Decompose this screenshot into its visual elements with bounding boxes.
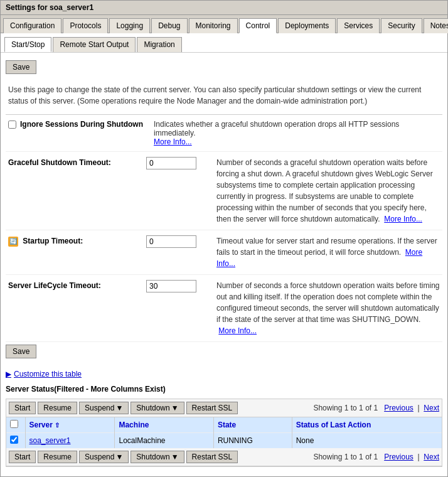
customize-arrow-icon: ▶ <box>6 370 11 378</box>
ignore-sessions-desc: Indicates whether a graceful shutdown op… <box>146 120 440 146</box>
server-link[interactable]: soa_server1 <box>29 436 71 445</box>
ignore-sessions-label: Ignore Sessions During Shutdown <box>8 120 146 129</box>
lifecycle-timeout-desc: Number of seconds a force shutdown opera… <box>216 280 440 336</box>
graceful-timeout-desc: Number of seconds a graceful shutdown op… <box>216 157 440 225</box>
server-status-table-section: Start Resume Suspend ▼ Shutdown ▼ Restar… <box>6 399 442 467</box>
tab-services[interactable]: Services <box>337 18 380 33</box>
graceful-timeout-more-info[interactable]: More Info... <box>384 215 422 223</box>
graceful-timeout-label: Graceful Shutdown Timeout: <box>8 157 146 167</box>
ignore-sessions-checkbox[interactable] <box>8 121 16 129</box>
showing-text-top: Showing 1 to 1 of 1 Previous | Next <box>313 404 439 412</box>
next-link-top[interactable]: Next <box>424 404 439 412</box>
tab-control[interactable]: Control <box>239 18 277 33</box>
startup-timeout-input-wrap <box>146 235 209 248</box>
row-server-cell: soa_server1 <box>25 433 115 449</box>
next-link-bottom[interactable]: Next <box>424 453 439 461</box>
table-title: Server Status(Filtered - More Columns Ex… <box>6 382 442 396</box>
sub-tab-startstop[interactable]: Start/Stop <box>4 37 51 52</box>
lifecycle-timeout-input-wrap <box>146 280 209 292</box>
main-tabs: Configuration Protocols Logging Debug Mo… <box>1 15 447 33</box>
lifecycle-timeout-more-info[interactable]: More Info... <box>218 326 257 335</box>
tab-debug[interactable]: Debug <box>151 18 187 33</box>
tab-security[interactable]: Security <box>381 18 422 33</box>
row-checkbox-cell <box>6 433 25 449</box>
tab-notes[interactable]: Notes <box>424 18 448 33</box>
save-button-bottom[interactable]: Save <box>6 345 36 358</box>
lifecycle-timeout-label: Server LifeCycle Timeout: <box>8 280 146 290</box>
restart-ssl-button-bottom[interactable]: Restart SSL <box>186 451 238 463</box>
lifecycle-timeout-row: Server LifeCycle Timeout: Number of seco… <box>6 275 442 342</box>
select-all-checkbox[interactable] <box>10 420 18 428</box>
customize-link[interactable]: ▶ Customize this table <box>6 366 442 382</box>
graceful-timeout-input-wrap <box>146 157 209 169</box>
showing-text-bottom: Showing 1 to 1 of 1 Previous | Next <box>313 453 439 461</box>
startup-timeout-row: 🔄 Startup Timeout: Timeout value for ser… <box>6 230 442 275</box>
suspend-button-bottom[interactable]: Suspend ▼ <box>79 451 129 463</box>
sub-tab-remote-start[interactable]: Remote Start Output <box>53 37 136 52</box>
server-table: Server ⇧ Machine State Status of Last Ac… <box>6 417 442 448</box>
tab-configuration[interactable]: Configuration <box>3 18 61 33</box>
suspend-dropdown-icon-bottom: ▼ <box>115 453 123 461</box>
startup-timeout-desc: Timeout value for server start and resum… <box>216 235 440 269</box>
start-button-top[interactable]: Start <box>9 402 36 414</box>
shutdown-dropdown-icon: ▼ <box>171 404 179 412</box>
restart-ssl-button-top[interactable]: Restart SSL <box>186 402 238 414</box>
info-text: Use this page to change the state of the… <box>6 82 442 109</box>
table-header-row: Server ⇧ Machine State Status of Last Ac… <box>6 417 442 433</box>
row-status-cell: None <box>292 433 442 449</box>
graceful-timeout-row: Graceful Shutdown Timeout: Number of sec… <box>6 152 442 230</box>
row-checkbox[interactable] <box>10 436 18 444</box>
resume-button-top[interactable]: Resume <box>38 402 77 414</box>
window-title: Settings for soa_server1 <box>1 1 447 15</box>
save-button-top[interactable]: Save <box>6 60 36 74</box>
header-checkbox-col <box>6 417 25 433</box>
startup-timeout-input[interactable] <box>146 235 196 248</box>
start-button-bottom[interactable]: Start <box>9 451 36 463</box>
startup-icon: 🔄 <box>8 237 18 247</box>
resume-button-bottom[interactable]: Resume <box>38 451 77 463</box>
header-status[interactable]: Status of Last Action <box>292 417 442 433</box>
suspend-button-top[interactable]: Suspend ▼ <box>79 402 129 414</box>
tab-logging[interactable]: Logging <box>109 18 150 33</box>
header-server[interactable]: Server ⇧ <box>25 417 115 433</box>
table-toolbar-bottom: Start Resume Suspend ▼ Shutdown ▼ Restar… <box>6 448 442 466</box>
shutdown-dropdown-icon-bottom: ▼ <box>171 453 179 461</box>
ignore-sessions-row: Ignore Sessions During Shutdown Indicate… <box>6 115 442 152</box>
shutdown-button-bottom[interactable]: Shutdown ▼ <box>131 451 184 463</box>
ignore-sessions-more-info[interactable]: More Info... <box>154 137 192 146</box>
table-row: soa_server1 LocalMachine RUNNING None <box>6 433 442 449</box>
sub-tab-migration[interactable]: Migration <box>137 37 181 52</box>
server-sort-icon: ⇧ <box>55 422 60 429</box>
previous-link-bottom[interactable]: Previous <box>384 453 413 461</box>
header-state[interactable]: State <box>213 417 292 433</box>
tab-monitoring[interactable]: Monitoring <box>189 18 238 33</box>
row-state-cell: RUNNING <box>213 433 292 449</box>
lifecycle-timeout-input[interactable] <box>146 280 196 292</box>
shutdown-button-top[interactable]: Shutdown ▼ <box>131 402 184 414</box>
startup-timeout-label: 🔄 Startup Timeout: <box>8 235 146 247</box>
tab-protocols[interactable]: Protocols <box>63 18 108 33</box>
row-machine-cell: LocalMachine <box>115 433 213 449</box>
tab-deployments[interactable]: Deployments <box>278 18 336 33</box>
suspend-dropdown-icon: ▼ <box>115 404 123 412</box>
graceful-timeout-input[interactable] <box>146 157 196 169</box>
sub-tabs: Start/Stop Remote Start Output Migration <box>1 33 447 53</box>
header-machine[interactable]: Machine <box>115 417 213 433</box>
previous-link-top[interactable]: Previous <box>384 404 413 412</box>
table-toolbar-top: Start Resume Suspend ▼ Shutdown ▼ Restar… <box>6 399 442 417</box>
